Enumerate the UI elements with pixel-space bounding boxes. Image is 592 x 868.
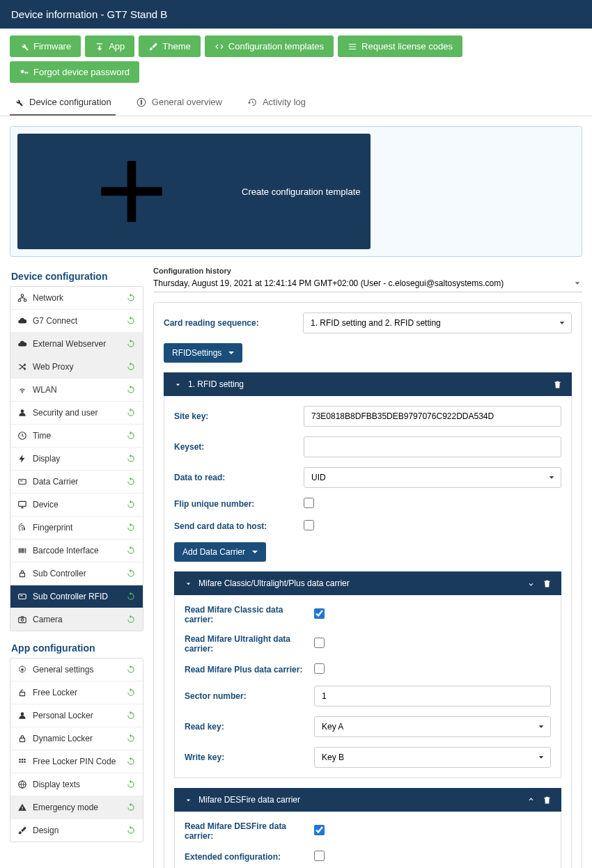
read-plus-checkbox[interactable]	[314, 663, 325, 674]
trash-icon[interactable]	[543, 579, 552, 588]
keyset-label: Keyset:	[174, 442, 304, 452]
sidebar-item-barcode-interface[interactable]: Barcode Interface	[10, 539, 143, 562]
read-classic-checkbox[interactable]	[314, 608, 325, 619]
config-templates-button[interactable]: Configuration templates	[205, 35, 334, 57]
sidebar-item-sub-controller[interactable]: Sub Controller	[10, 562, 143, 585]
sidebar-item-label: Emergency mode	[33, 803, 98, 812]
add-data-carrier-button[interactable]: Add Data Carrier	[174, 542, 266, 562]
write-key-select[interactable]: Key B	[314, 747, 551, 768]
wrench-icon	[14, 97, 24, 107]
sidebar-item-external-webserver[interactable]: External Webserver	[10, 333, 143, 356]
sidebar-item-label: Security and user	[33, 408, 98, 418]
sync-icon	[126, 734, 136, 743]
trash-icon[interactable]	[553, 380, 562, 389]
code-icon	[215, 42, 224, 52]
sidebar-device-title: Device configuration	[10, 267, 143, 286]
arrow-up-icon[interactable]	[527, 796, 536, 805]
flip-checkbox[interactable]	[304, 498, 314, 508]
read-key-label: Read key:	[185, 722, 314, 732]
card-seq-label: Card reading sequence:	[164, 318, 303, 328]
rfid-settings-button[interactable]: RFIDSettings	[164, 343, 242, 363]
download-icon	[95, 42, 104, 52]
sidebar-icon	[17, 780, 27, 789]
sidebar-item-display[interactable]: Display	[10, 448, 143, 471]
sidebar-icon	[17, 477, 27, 487]
sync-icon	[126, 362, 136, 372]
app-button[interactable]: App	[85, 35, 134, 57]
read-desfire-checkbox[interactable]	[314, 825, 325, 835]
sidebar-item-network[interactable]: Network	[10, 287, 143, 310]
sidebar-item-dynamic-locker[interactable]: Dynamic Locker	[10, 727, 143, 750]
sidebar-icon	[17, 734, 27, 743]
read-plus-label: Read Mifare Plus data carrier:	[185, 665, 314, 674]
sync-icon	[126, 711, 136, 720]
read-desfire-label: Read Mifare DESFire data carrier:	[185, 821, 314, 841]
read-key-select[interactable]: Key A	[314, 716, 551, 737]
forgot-password-button[interactable]: Forgot device password	[10, 61, 139, 83]
sidebar-item-design[interactable]: Design	[10, 819, 143, 842]
sidebar-item-personal-locker[interactable]: Personal Locker	[10, 704, 143, 727]
theme-button[interactable]: Theme	[139, 35, 200, 57]
sidebar-item-camera[interactable]: Camera	[10, 608, 143, 631]
ext-config-checkbox[interactable]	[314, 851, 325, 861]
sidebar-item-label: Data Carrier	[33, 477, 78, 487]
mifare-classic-header[interactable]: Mifare Classic/Ultralight/Plus data carr…	[174, 571, 561, 595]
desfire-header[interactable]: Mifare DESFire data carrier	[174, 788, 561, 812]
send-host-checkbox[interactable]	[304, 520, 314, 530]
sidebar-item-free-locker[interactable]: Free Locker	[10, 681, 143, 704]
sync-icon	[126, 316, 136, 326]
create-template-button[interactable]: Create configuration template	[17, 134, 371, 249]
sidebar-item-sub-controller-rfid[interactable]: Sub Controller RFID	[10, 585, 143, 608]
site-key-input[interactable]	[304, 406, 561, 427]
sidebar-item-label: Sub Controller	[33, 569, 86, 578]
sidebar-icon	[17, 362, 27, 372]
sidebar-item-wlan[interactable]: WLAN	[10, 379, 143, 402]
sidebar-icon	[17, 688, 27, 697]
tab-device-config[interactable]: Device configuration	[10, 90, 116, 116]
sidebar-item-emergency-mode[interactable]: Emergency mode	[10, 796, 143, 819]
sidebar-item-label: WLAN	[33, 385, 57, 395]
sidebar-item-label: Time	[33, 431, 51, 441]
tab-activity-log[interactable]: Activity log	[243, 90, 310, 116]
read-ultralight-checkbox[interactable]	[314, 638, 325, 648]
sidebar-item-label: Barcode Interface	[33, 546, 99, 555]
sidebar-item-free-locker-pin-code[interactable]: Free Locker PIN Code	[10, 750, 143, 773]
sync-icon	[126, 803, 136, 812]
config-history-select[interactable]: Thursday, August 19, 2021 at 12:41:14 PM…	[153, 275, 582, 292]
sidebar-icon	[17, 569, 27, 578]
flip-label: Flip unique number:	[174, 499, 304, 509]
sidebar-icon	[17, 500, 27, 510]
sidebar-icon	[17, 408, 27, 418]
sidebar-item-label: Sub Controller RFID	[33, 592, 108, 601]
sidebar-item-g7-connect[interactable]: G7 Connect	[10, 310, 143, 333]
sector-label: Sector number:	[185, 691, 314, 701]
arrow-down-icon[interactable]	[527, 579, 536, 588]
sidebar-icon	[17, 385, 27, 395]
sidebar-item-web-proxy[interactable]: Web Proxy	[10, 356, 143, 379]
sidebar-icon	[17, 615, 27, 624]
card-seq-select[interactable]: 1. RFID setting and 2. RFID setting	[303, 313, 572, 333]
sidebar-item-data-carrier[interactable]: Data Carrier	[10, 471, 143, 494]
sidebar-item-label: Dynamic Locker	[33, 734, 93, 743]
tab-general-overview[interactable]: General overview	[132, 90, 226, 116]
sync-icon	[126, 339, 136, 349]
data-to-read-select[interactable]: UID	[304, 467, 561, 488]
sync-icon	[126, 757, 136, 766]
rfid1-header[interactable]: 1. RFID setting	[164, 372, 572, 396]
sector-input[interactable]	[314, 686, 551, 707]
sync-icon	[126, 569, 136, 578]
sidebar-item-security-and-user[interactable]: Security and user	[10, 402, 143, 425]
site-key-label: Site key:	[174, 411, 304, 421]
firmware-button[interactable]: Firmware	[10, 35, 81, 57]
trash-icon[interactable]	[543, 796, 552, 805]
sidebar-item-device[interactable]: Device	[10, 494, 143, 516]
sidebar-item-label: Design	[33, 826, 59, 835]
sidebar-item-fingerprint[interactable]: Fingerprint	[10, 516, 143, 539]
content: Configuration history Thursday, August 1…	[153, 267, 582, 868]
sidebar-item-general-settings[interactable]: General settings	[10, 658, 143, 681]
sidebar-item-display-texts[interactable]: Display texts	[10, 773, 143, 796]
sidebar-item-time[interactable]: Time	[10, 425, 143, 448]
request-license-button[interactable]: Request license codes	[338, 35, 462, 57]
keyset-input[interactable]	[304, 436, 561, 457]
sync-icon	[126, 385, 136, 395]
